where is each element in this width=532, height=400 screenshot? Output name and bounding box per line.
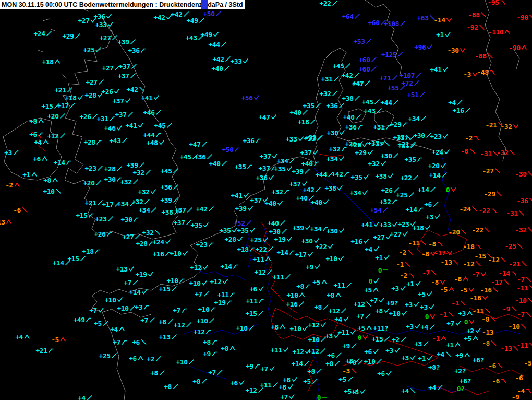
station-value: +47: [352, 80, 364, 87]
station: +9: [246, 363, 260, 370]
tendency-r-icon: [401, 337, 406, 343]
tendency-c-icon: [363, 239, 369, 244]
station: +125: [381, 51, 403, 58]
station: +3: [406, 323, 420, 330]
station-value: +35: [303, 102, 315, 109]
station: +6: [327, 352, 342, 359]
tendency-f-icon: [485, 308, 490, 314]
station: -88: [468, 11, 487, 18]
tendency-r-icon: [130, 73, 136, 79]
tendency-r-icon: [374, 99, 380, 105]
tendency-c-icon: [425, 225, 430, 231]
station: +9?: [386, 300, 398, 307]
tendency-r-icon: [173, 384, 178, 390]
station-value: +8: [43, 177, 51, 184]
station-value: 0: [358, 334, 361, 341]
tendency-f-icon: [22, 207, 28, 213]
station-value: +3: [401, 355, 409, 361]
tendency-r-icon: [144, 199, 150, 205]
station-value: +15: [42, 103, 53, 110]
station: +15: [76, 212, 94, 219]
station: +32: [132, 198, 150, 205]
tendency-r-icon: [310, 119, 316, 125]
station: +5: [464, 335, 478, 342]
station: -10: [509, 323, 527, 330]
tendency-r-icon: [338, 103, 344, 109]
station: +44: [316, 171, 334, 178]
station: +50: [203, 10, 222, 17]
station: +41: [430, 66, 449, 73]
station-value: +15: [246, 310, 257, 317]
station: +10: [117, 305, 136, 312]
tendency-f-icon: [526, 277, 531, 283]
station: +5: [364, 287, 379, 293]
station-value: +15: [372, 336, 383, 343]
tendency-f-icon: [529, 15, 532, 20]
station: +41: [141, 95, 160, 101]
station: +19: [214, 299, 233, 306]
tendency-hf-icon: [501, 378, 506, 384]
station-value: +35: [191, 222, 202, 229]
station: +14: [277, 249, 295, 256]
tendency-f-icon: [529, 343, 532, 348]
station-value: +28: [136, 240, 148, 247]
station: +4: [34, 139, 49, 146]
station-value: -1: [439, 311, 447, 318]
tendency-p-icon: [229, 346, 235, 351]
station: -29: [484, 191, 502, 197]
tendency-f-icon: [480, 12, 486, 18]
station: -2: [400, 272, 414, 279]
station-value: -7: [517, 311, 525, 318]
station-value: +39: [161, 197, 172, 204]
station-value: +10: [105, 297, 116, 303]
tendency-r-icon: [59, 133, 65, 139]
station: +6: [33, 156, 47, 162]
station-value: +3: [414, 340, 422, 347]
station: -7: [517, 311, 531, 318]
tendency-r-icon: [187, 207, 192, 213]
station-value: +34: [408, 115, 420, 122]
station-value: -14: [434, 17, 445, 23]
station: +6: [377, 370, 392, 377]
tendency-r-icon: [376, 359, 382, 364]
station: +27: [86, 79, 104, 86]
tendency-c-icon: [201, 280, 207, 286]
station-value: +6: [230, 380, 238, 386]
tendency-r-icon: [400, 85, 405, 91]
station-value: +27: [123, 233, 134, 240]
station: +8: [279, 384, 293, 391]
station: -32: [501, 123, 519, 130]
station-value: +8: [192, 378, 200, 385]
station: +42: [332, 171, 350, 178]
tendency-r-icon: [149, 317, 155, 323]
station: +40: [209, 160, 227, 167]
station-value: +37: [300, 149, 312, 156]
station-value: +36: [94, 13, 105, 20]
station-value: +8: [327, 292, 334, 299]
tendency-r-icon: [323, 304, 329, 310]
station: +63: [417, 15, 436, 21]
station: +10: [326, 255, 344, 262]
station: +35: [274, 166, 293, 172]
station-value: +41: [141, 95, 153, 101]
station-value: -17: [491, 279, 503, 286]
station-value: 0: [378, 267, 382, 274]
station: -7: [422, 269, 437, 276]
tendency-c-icon: [394, 348, 400, 354]
station-value: +11: [260, 382, 272, 389]
station: +27: [390, 231, 408, 238]
station-value: +23: [95, 216, 107, 222]
station-value: +37: [289, 181, 301, 187]
station-value: +34: [350, 190, 361, 196]
station-value: +25: [396, 192, 408, 198]
station-value: +6: [327, 352, 335, 359]
station: +32: [320, 90, 338, 97]
station: -95: [488, 0, 506, 6]
station: +8: [283, 377, 297, 383]
station: +11: [246, 298, 264, 304]
station: +18: [82, 248, 101, 255]
station: +1: [446, 342, 461, 348]
tendency-r-icon: [201, 142, 207, 147]
station-value: +14: [129, 289, 141, 296]
station: +32: [133, 169, 151, 176]
